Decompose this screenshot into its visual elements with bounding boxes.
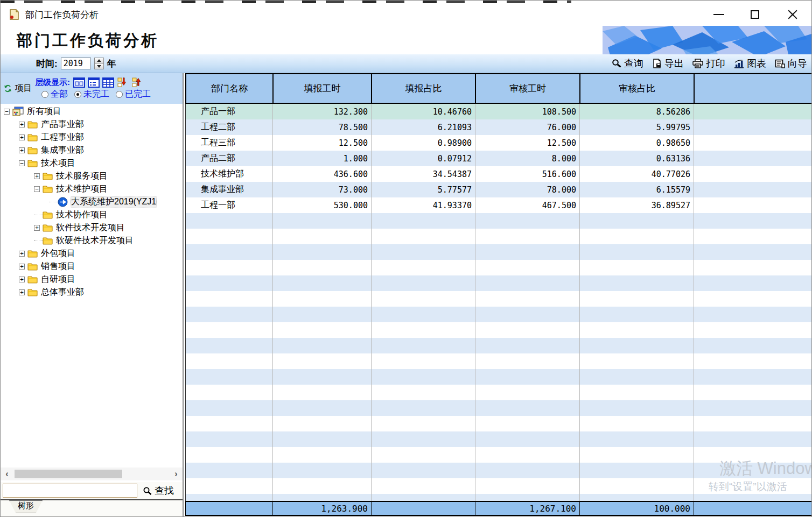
table-row[interactable]: 集成事业部73.0005.7757778.0006.15579	[186, 182, 812, 197]
tree-item[interactable]: 大系统维护2019(YZJ1	[1, 195, 183, 208]
expand-icon[interactable]: +	[34, 173, 40, 179]
tree-item[interactable]: +总体事业部	[1, 286, 183, 299]
maximize-button[interactable]	[743, 3, 767, 26]
tree-item[interactable]: 软硬件技术开发项目	[1, 234, 183, 247]
toolbar-button-chart[interactable]: 图表	[734, 57, 766, 70]
radio-已完工[interactable]: 已完工	[116, 89, 151, 100]
spinner-down-button[interactable]	[95, 64, 103, 69]
scroll-right-arrow-icon[interactable]: ›	[170, 468, 183, 480]
table-row[interactable]	[186, 369, 812, 385]
expand-icon[interactable]: +	[19, 289, 25, 295]
tree-item[interactable]: +销售项目	[1, 260, 183, 273]
tree-item[interactable]: 技术协作项目	[1, 208, 183, 221]
table-row[interactable]	[186, 353, 812, 369]
tree-horizontal-scrollbar[interactable]: ‹ ›	[1, 468, 183, 480]
expand-icon[interactable]: +	[19, 122, 25, 128]
expand-icon[interactable]: +	[34, 225, 40, 231]
toolbar-button-search[interactable]: 查询	[612, 57, 643, 70]
department-name-cell: 技术维护部	[186, 166, 273, 182]
expand-icon[interactable]: +	[19, 147, 25, 153]
spinner-up-button[interactable]	[95, 58, 103, 64]
table-row[interactable]: 产品二部1.0000.079128.0000.63136	[186, 151, 812, 166]
table-row[interactable]	[186, 447, 812, 463]
expand-icon[interactable]: +	[19, 264, 25, 270]
table-row[interactable]	[186, 275, 812, 291]
tree-item[interactable]: +产品事业部	[1, 118, 183, 131]
table-row[interactable]	[186, 291, 812, 307]
department-name-cell	[186, 416, 273, 431]
column-header[interactable]: 审核工时	[476, 74, 580, 103]
view-list-button[interactable]	[87, 77, 100, 88]
table-row[interactable]	[186, 322, 812, 338]
expand-icon[interactable]: +	[19, 251, 25, 257]
scrollbar-thumb[interactable]	[15, 470, 122, 478]
value-cell	[273, 229, 372, 244]
expand-icon[interactable]: +	[19, 277, 25, 282]
table-row[interactable]: 工程二部78.5006.2109376.0005.99795	[186, 119, 812, 135]
close-button[interactable]	[781, 3, 804, 26]
column-header[interactable]: 审核占比	[580, 74, 695, 103]
value-cell	[694, 369, 812, 385]
tab-tree-view[interactable]: 树形	[9, 500, 43, 513]
table-row[interactable]: 产品一部132.30010.46760108.5008.56286	[186, 104, 812, 119]
table-row[interactable]	[186, 229, 812, 244]
tree-item[interactable]: +技术服务项目	[1, 169, 183, 182]
tree-search-input[interactable]	[3, 484, 137, 498]
tree-item[interactable]: −所有项目	[1, 105, 183, 118]
value-cell	[372, 494, 475, 501]
value-cell: 6.21093	[372, 119, 475, 135]
radio-selected-icon	[74, 91, 81, 98]
scroll-left-arrow-icon[interactable]: ‹	[1, 468, 13, 480]
collapse-icon[interactable]: −	[34, 186, 40, 192]
table-row[interactable]: 工程一部530.00041.93370467.50036.89527	[186, 197, 812, 213]
sort-ascending-button[interactable]	[131, 77, 143, 88]
column-header[interactable]	[695, 74, 811, 103]
toolbar-button-export[interactable]: 导出	[652, 57, 684, 70]
column-header[interactable]: 填报占比	[372, 74, 476, 103]
tree-item[interactable]: +自研项目	[1, 273, 183, 286]
value-cell	[580, 447, 694, 463]
column-header[interactable]: 部门名称	[186, 74, 274, 103]
view-details-button[interactable]	[102, 77, 114, 88]
table-row[interactable]	[186, 307, 812, 322]
table-row[interactable]	[186, 213, 812, 229]
table-row[interactable]	[186, 400, 812, 416]
table-row[interactable]	[186, 494, 812, 501]
tree-item[interactable]: +集成事业部	[1, 144, 183, 157]
collapse-icon[interactable]: −	[19, 160, 25, 166]
table-row[interactable]	[186, 431, 812, 447]
table-row[interactable]: 技术维护部436.60034.54387516.60040.77026	[186, 166, 812, 182]
radio-未完工[interactable]: 未完工	[74, 89, 109, 100]
tree-item[interactable]: +软件技术开发项目	[1, 221, 183, 234]
view-large-button[interactable]	[73, 77, 85, 88]
value-cell	[273, 353, 372, 369]
table-row[interactable]	[186, 338, 812, 353]
minimize-button[interactable]	[707, 3, 731, 26]
column-header[interactable]: 填报工时	[274, 74, 372, 103]
tree-item[interactable]: −技术项目	[1, 157, 183, 169]
tree-item[interactable]: +外包项目	[1, 247, 183, 260]
value-cell	[475, 229, 580, 244]
toolbar-button-wizard[interactable]: 向导	[775, 57, 807, 70]
expand-icon[interactable]: +	[19, 134, 25, 140]
table-row[interactable]	[186, 260, 812, 275]
table-row[interactable]	[186, 463, 812, 478]
sort-descending-button[interactable]	[116, 77, 129, 88]
toolbar-button-print[interactable]: 打印	[692, 57, 725, 70]
table-row[interactable]: 工程三部12.5000.9890012.5000.98650	[186, 135, 812, 151]
collapse-icon[interactable]: −	[4, 109, 10, 115]
folder-icon	[27, 133, 38, 141]
radio-全部[interactable]: 全部	[41, 89, 68, 100]
table-row[interactable]	[186, 244, 812, 260]
table-row[interactable]	[186, 385, 812, 400]
table-row[interactable]	[186, 416, 812, 431]
folder-icon	[43, 224, 53, 232]
year-input[interactable]	[61, 58, 91, 69]
tree-item[interactable]: −技术维护项目	[1, 182, 183, 195]
value-cell	[580, 369, 694, 385]
refresh-icon[interactable]	[4, 84, 12, 93]
scrollbar-track[interactable]	[13, 469, 170, 479]
tree-item[interactable]: +工程事业部	[1, 131, 183, 144]
department-name-cell	[186, 494, 273, 501]
find-button[interactable]: 查找	[143, 484, 174, 497]
